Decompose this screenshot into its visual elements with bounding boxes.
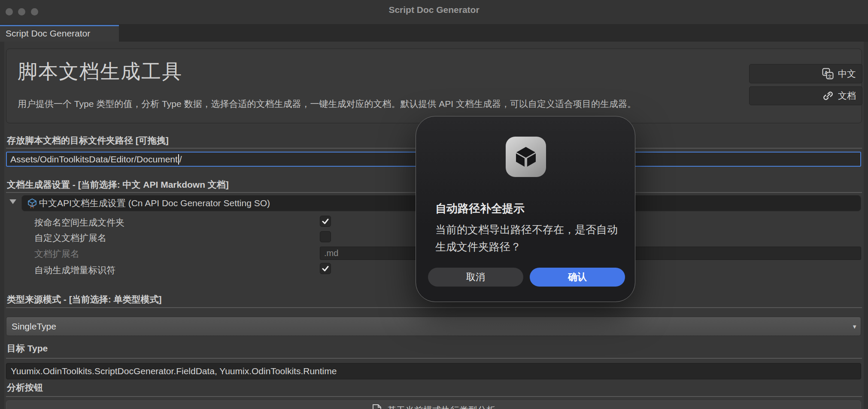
scriptable-object-icon: {} (27, 198, 37, 208)
target-type-input[interactable]: Yuumix.OdinToolkits.ScriptDocGenerator.F… (6, 363, 861, 379)
target-type-heading: 目标 Type (7, 342, 48, 354)
text-caret (178, 154, 179, 165)
header-card: 脚本文档生成工具 用户提供一个 Type 类型的值，分析 Type 数据，选择合… (6, 49, 862, 123)
language-switch-button[interactable]: A 文 中文 (749, 64, 862, 83)
checkbox-namespace-folder[interactable] (320, 216, 331, 227)
chevron-down-icon: ▼ (852, 324, 857, 330)
page-title: 脚本文档生成工具 (18, 58, 182, 85)
path-input-value: Assets/OdinToolkitsData/Editor/Document (10, 154, 178, 165)
language-switch-label: 中文 (838, 68, 856, 80)
tab-strip (0, 24, 868, 42)
document-icon (372, 404, 382, 409)
window-left-edge (0, 42, 4, 409)
prop-label-auto-increment: 自动生成增量标识符 (34, 264, 115, 276)
window-right-edge (864, 42, 868, 409)
translate-icon: A 文 (822, 68, 834, 79)
prop-label-custom-extension: 自定义文档扩展名 (34, 232, 106, 244)
dialog-title: 自动路径补全提示 (435, 201, 525, 216)
prop-label-namespace-folder: 按命名空间生成文件夹 (34, 217, 124, 229)
auto-path-dialog: 自动路径补全提示 当前的文档导出路径不存在，是否自动生成文件夹路径？ 取消 确认 (416, 116, 635, 302)
section-divider (6, 358, 862, 359)
analyze-section-heading: 分析按钮 (7, 382, 43, 394)
type-source-heading: 类型来源模式 - [当前选择: 单类型模式] (7, 293, 161, 305)
cancel-button[interactable]: 取消 (428, 268, 523, 287)
analyze-button[interactable]: 基于当前模式执行类型分析 (6, 400, 861, 409)
confirm-button[interactable]: 确认 (530, 268, 625, 287)
window-titlebar: Script Doc Generator (0, 0, 868, 24)
checkbox-custom-extension[interactable] (320, 231, 331, 242)
section-divider (6, 307, 862, 308)
prop-label-doc-extension: 文档扩展名 (34, 248, 79, 260)
analyze-button-label: 基于当前模式执行类型分析 (387, 404, 495, 409)
type-source-dropdown-value: SingleType (12, 321, 56, 332)
generator-section-heading: 文档生成器设置 - [当前选择: 中文 API Markdown 文档] (7, 179, 229, 191)
checkbox-auto-increment[interactable] (320, 263, 331, 274)
dialog-message: 当前的文档导出路径不存在，是否自动生成文件夹路径？ (435, 221, 621, 255)
svg-text:{}: {} (30, 205, 34, 208)
documentation-link-button[interactable]: 文档 (749, 86, 862, 105)
generator-object-label: 中文API文档生成设置 (Cn API Doc Generator Settin… (39, 197, 270, 209)
svg-text:文: 文 (828, 74, 832, 79)
unity-cube-icon (514, 145, 538, 169)
type-source-dropdown[interactable]: SingleType ▼ (6, 317, 861, 336)
tab-script-doc-generator[interactable]: Script Doc Generator (0, 25, 119, 42)
documentation-link-label: 文档 (838, 90, 856, 102)
path-input-value-tail: / (179, 154, 182, 165)
path-section-label: 存放脚本文档的目标文件夹路径 [可拖拽] (7, 134, 169, 147)
section-divider (6, 396, 862, 397)
window-title: Script Doc Generator (0, 5, 868, 15)
page-description: 用户提供一个 Type 类型的值，分析 Type 数据，选择合适的文档生成器，一… (18, 98, 747, 110)
unity-logo-tile (506, 137, 546, 177)
unity-window: Script Doc Generator Script Doc Generato… (0, 0, 868, 409)
link-icon (822, 90, 834, 101)
foldout-arrow-icon[interactable] (9, 199, 16, 204)
